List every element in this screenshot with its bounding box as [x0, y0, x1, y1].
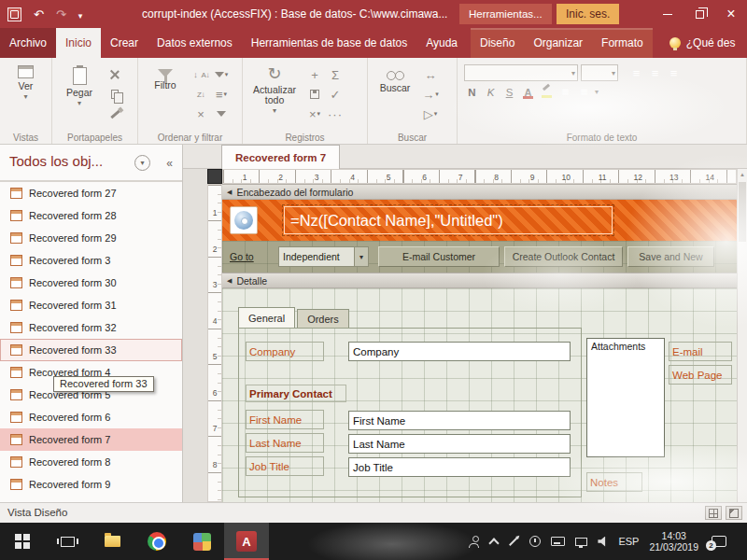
advanced-filter-button[interactable] [212, 86, 231, 103]
chrome-button[interactable] [134, 523, 179, 560]
form-logo-control[interactable] [230, 206, 258, 234]
tab-inicio[interactable]: Inicio [56, 28, 101, 58]
redo-icon[interactable] [56, 8, 66, 21]
tab-orders[interactable]: Orders [297, 309, 349, 328]
detail-section-bar[interactable]: Detalle [222, 273, 737, 288]
delete-record-button[interactable] [305, 105, 324, 122]
view-button[interactable]: Ver [3, 61, 49, 130]
nav-item[interactable]: Recovered form 31 [0, 294, 182, 316]
goto-label[interactable]: Go to [230, 251, 267, 262]
tell-me-button[interactable]: ¿Qué des [664, 28, 741, 58]
email-customer-button[interactable]: E-mail Customer [378, 246, 500, 267]
italic-button[interactable]: K [483, 84, 499, 100]
notes-label[interactable]: Notes [586, 472, 642, 492]
sort-ascending-button[interactable]: A↓ [191, 66, 210, 83]
nav-item[interactable]: Recovered form 6 [0, 406, 182, 428]
nav-item[interactable]: Recovered form 29 [0, 227, 182, 249]
clock-icon[interactable] [529, 536, 541, 547]
create-outlook-contact-button[interactable]: Create Outlook Contact [504, 246, 623, 267]
sign-in-button[interactable]: Inic. ses. [557, 4, 619, 24]
nav-item[interactable]: Recovered form 27 [0, 182, 182, 204]
company-textbox[interactable]: Company [348, 342, 571, 361]
filter-button[interactable]: Filtro [141, 61, 190, 130]
first-name-label[interactable]: First Name [246, 410, 324, 429]
save-and-new-button[interactable]: Save and New [627, 246, 714, 267]
refresh-all-button[interactable]: Actualizar todo [246, 61, 303, 130]
nav-item[interactable]: Recovered form 9 [0, 473, 182, 496]
nav-item-hovered[interactable]: Recovered form 33 [0, 339, 182, 361]
vertical-ruler[interactable]: 1 2 3 4 5 6 7 8 [207, 184, 222, 502]
job-title-textbox[interactable]: Job Title [348, 457, 571, 477]
document-tab[interactable]: Recovered form 7 [221, 145, 340, 169]
attachments-control[interactable]: Attachments [586, 338, 665, 457]
first-name-textbox[interactable]: First Name [348, 411, 571, 430]
tab-organizar[interactable]: Organizar [524, 28, 592, 58]
email-label[interactable]: E-mail [669, 342, 732, 361]
tab-formato[interactable]: Formato [592, 28, 653, 58]
font-color-button[interactable]: A [520, 84, 536, 100]
company-label[interactable]: Company [246, 342, 324, 361]
last-name-label[interactable]: Last Name [246, 433, 324, 453]
form-selector-box[interactable] [207, 169, 222, 184]
clock-display[interactable]: 14:03 21/03/2019 [649, 530, 698, 553]
numbering-button[interactable] [576, 84, 592, 100]
qat-customize-icon[interactable] [78, 8, 83, 21]
nav-item[interactable]: Recovered form 32 [0, 316, 182, 339]
tab-general[interactable]: General [238, 307, 295, 328]
restore-button[interactable] [684, 0, 715, 28]
last-name-textbox[interactable]: Last Name [348, 434, 571, 454]
volume-icon[interactable] [598, 537, 608, 547]
tray-expand-icon[interactable] [489, 538, 500, 548]
highlight-button[interactable] [539, 84, 555, 100]
pen-icon[interactable] [509, 537, 518, 546]
selection-filter-button[interactable] [212, 66, 231, 83]
language-indicator[interactable]: ESP [618, 536, 639, 547]
minimize-button[interactable] [652, 0, 684, 28]
file-explorer-button[interactable] [90, 523, 134, 560]
horizontal-ruler[interactable]: 1 2 3 4 5 6 7 8 9 10 11 12 13 14 [222, 169, 737, 184]
datasheet-view-button[interactable] [705, 506, 722, 520]
job-title-label[interactable]: Job Title [246, 456, 324, 476]
font-family-select[interactable] [464, 64, 578, 81]
form-header-section-bar[interactable]: Encabezado del formulario [222, 184, 737, 200]
remove-sort-button[interactable] [191, 105, 210, 122]
nav-item[interactable]: Recovered form 30 [0, 272, 182, 294]
paste-button[interactable]: Pegar [55, 61, 104, 130]
select-button[interactable] [421, 105, 440, 122]
tab-diseno[interactable]: Diseño [471, 28, 524, 58]
scroll-up-icon[interactable] [738, 169, 747, 180]
tab-ayuda[interactable]: Ayuda [416, 28, 467, 58]
nav-item-selected[interactable]: Recovered form 7 [0, 428, 182, 451]
keyboard-icon[interactable] [551, 537, 565, 546]
align-right-button[interactable] [666, 65, 682, 81]
find-button[interactable]: Buscar [371, 61, 419, 130]
goto-combobox[interactable]: Independient [278, 246, 369, 267]
copy-button[interactable] [106, 86, 124, 103]
more-records-button[interactable] [326, 105, 345, 122]
detail-design-grid[interactable]: General Orders Company Company Primary C… [222, 288, 737, 502]
start-button[interactable] [0, 523, 45, 560]
tab-archivo[interactable]: Archivo [0, 28, 56, 58]
format-painter-button[interactable] [106, 105, 124, 122]
scrollbar-thumb[interactable] [739, 182, 746, 242]
access-taskbar-button[interactable] [224, 523, 269, 560]
nav-menu-button[interactable] [134, 155, 150, 171]
web-page-label[interactable]: Web Page [669, 365, 732, 385]
pinned-app-button[interactable] [179, 523, 224, 560]
bold-button[interactable]: N [464, 84, 480, 100]
underline-button[interactable]: S [501, 84, 517, 100]
nav-item[interactable]: Recovered form 28 [0, 204, 182, 227]
align-left-button[interactable] [628, 65, 644, 81]
primary-contact-label[interactable]: Primary Contact [246, 385, 346, 402]
cut-button[interactable] [106, 66, 124, 83]
toggle-filter-button[interactable] [212, 105, 231, 122]
align-center-button[interactable] [647, 65, 663, 81]
task-view-button[interactable] [45, 523, 90, 560]
save-record-button[interactable] [305, 86, 324, 103]
totals-button[interactable] [326, 66, 345, 83]
nav-item[interactable]: Recovered form 8 [0, 451, 182, 473]
nav-item[interactable]: Recovered form 3 [0, 249, 182, 272]
spelling-button[interactable] [326, 86, 345, 103]
combo-dropdown-icon[interactable] [354, 247, 368, 266]
goto-button[interactable] [421, 86, 440, 103]
